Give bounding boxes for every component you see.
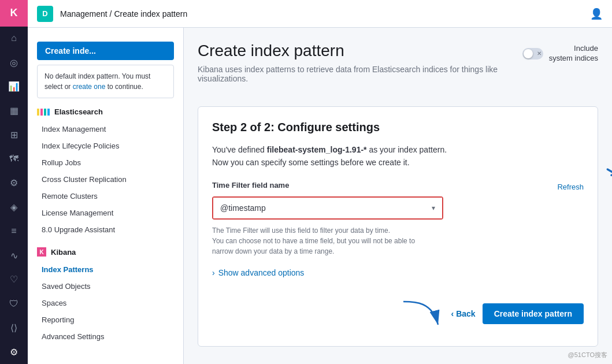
nav-visualize[interactable]: 📊 <box>0 75 28 99</box>
watermark: @51CTO搜客 <box>568 351 607 359</box>
kibana-title: K Kibana <box>28 243 183 261</box>
show-advanced-label: Show advanced options <box>218 268 305 277</box>
step-footer: ‹ Back Create index pattern <box>212 296 584 332</box>
sidebar-item-saved-objects[interactable]: Saved Objects <box>28 278 183 295</box>
top-bar: D Management / Create index pattern 👤 <box>28 0 612 28</box>
breadcrumb-current: Create index pattern <box>114 9 187 18</box>
time-filter-label: Time Filter field name <box>212 181 289 190</box>
elasticsearch-section: Elasticsearch Index Management Index Lif… <box>28 103 183 238</box>
back-button[interactable]: ‹ Back <box>451 309 475 318</box>
step-desc-bold: filebeat-system_log-1.91-* <box>267 145 367 154</box>
nav-dashboard[interactable]: ▦ <box>0 99 28 123</box>
step-desc-prefix: You've defined <box>212 145 267 154</box>
app-logo: K <box>0 0 28 27</box>
popover-message: No default index pattern. You must selec… <box>37 65 174 98</box>
sidebar-item-rollup-jobs[interactable]: Rollup Jobs <box>28 154 183 171</box>
nav-home[interactable]: ⌂ <box>0 27 28 51</box>
user-avatar[interactable]: 👤 <box>590 8 603 20</box>
sidebar: Create inde... No default index pattern.… <box>28 28 184 364</box>
kibana-icon: K <box>37 247 46 257</box>
chevron-right-icon: › <box>212 268 215 277</box>
toggle-x-icon: ✕ <box>537 50 541 57</box>
page-title: Create index pattern <box>198 42 522 60</box>
refresh-link[interactable]: Refresh <box>557 183 584 191</box>
header-text: Create index pattern Kibana uses index p… <box>198 42 522 95</box>
sidebar-item-remote-clusters[interactable]: Remote Clusters <box>28 188 183 205</box>
create-one-link[interactable]: create one <box>73 83 106 91</box>
page-subtitle: Kibana uses index patterns to retrieve d… <box>198 65 522 83</box>
main-layout: Create inde... No default index pattern.… <box>28 28 612 364</box>
nav-management[interactable]: ⚙ <box>0 340 28 364</box>
nav-logs[interactable]: ≡ <box>0 220 28 244</box>
kibana-logo: D <box>37 6 53 22</box>
nav-siem[interactable]: 🛡 <box>0 292 28 316</box>
field-row: Time Filter field name Refresh <box>212 181 584 193</box>
create-index-button[interactable]: Create inde... <box>37 42 174 60</box>
chevron-left-icon: ‹ <box>451 309 454 318</box>
include-system-toggle[interactable]: ✕ <box>522 48 543 60</box>
nav-maps[interactable]: 🗺 <box>0 147 28 171</box>
main-content: Create index pattern Kibana uses index p… <box>184 28 612 364</box>
popover-suffix: to continue. <box>105 83 143 91</box>
step-title: Step 2 of 2: Configure settings <box>212 121 584 134</box>
sidebar-item-index-management[interactable]: Index Management <box>28 121 183 138</box>
include-system-label: Includesystem indices <box>549 44 598 64</box>
kibana-section: K Kibana Index Patterns Saved Objects Sp… <box>28 243 183 345</box>
field-hint-line3: narrow down your data by a time range. <box>212 247 334 255</box>
include-system-toggle-area: ✕ Includesystem indices <box>522 44 598 64</box>
elastic-logo <box>37 109 50 116</box>
sidebar-cta: Create inde... No default index pattern.… <box>28 37 183 103</box>
toggle-knob <box>524 49 533 58</box>
sidebar-item-cross-cluster[interactable]: Cross Cluster Replication <box>28 171 183 188</box>
nav-ml[interactable]: ⚙ <box>0 171 28 195</box>
sidebar-item-index-lifecycle[interactable]: Index Lifecycle Policies <box>28 138 183 154</box>
header-area: Create index pattern Kibana uses index p… <box>198 42 598 95</box>
time-filter-select[interactable]: @timestamp I don't want to use the Time … <box>213 198 442 218</box>
select-row: @timestamp I don't want to use the Time … <box>212 196 584 220</box>
sidebar-item-index-patterns[interactable]: Index Patterns <box>28 261 183 278</box>
nav-canvas[interactable]: ⊞ <box>0 123 28 147</box>
sidebar-item-advanced-settings[interactable]: Advanced Settings <box>28 328 183 345</box>
nav-uptime[interactable]: ♡ <box>0 268 28 292</box>
breadcrumb-prefix: Management <box>60 9 107 18</box>
nav-dev[interactable]: ⟨⟩ <box>0 316 28 340</box>
time-filter-select-wrapper: @timestamp I don't want to use the Time … <box>212 196 443 220</box>
sidebar-item-license[interactable]: License Management <box>28 205 183 221</box>
breadcrumb: Management / Create index pattern <box>60 9 187 18</box>
back-label: Back <box>456 309 475 318</box>
arrow-area <box>398 296 444 332</box>
create-index-pattern-button[interactable]: Create index pattern <box>483 303 584 324</box>
icon-bar: K ⌂ ◎ 📊 ▦ ⊞ 🗺 ⚙ ◈ ≡ ∿ ♡ 🛡 ⟨⟩ ⚙ <box>0 0 28 364</box>
elasticsearch-title: Elasticsearch <box>28 103 183 121</box>
nav-apm[interactable]: ∿ <box>0 243 28 268</box>
sidebar-item-spaces[interactable]: Spaces <box>28 295 183 311</box>
arrow-to-create <box>398 296 444 330</box>
show-advanced-link[interactable]: › Show advanced options <box>212 268 584 277</box>
step-card: Step 2 of 2: Configure settings You've d… <box>198 106 598 347</box>
arrow-to-refresh: ➜ <box>601 159 612 183</box>
field-hint: The Time Filter will use this field to f… <box>212 225 584 257</box>
step-description: You've defined filebeat-system_log-1.91-… <box>212 143 584 169</box>
nav-discover[interactable]: ◎ <box>0 50 28 75</box>
nav-infra[interactable]: ◈ <box>0 195 28 220</box>
sidebar-item-upgrade[interactable]: 8.0 Upgrade Assistant <box>28 221 183 238</box>
field-hint-line2: You can choose not to have a time field,… <box>212 237 415 245</box>
sidebar-item-reporting[interactable]: Reporting <box>28 311 183 328</box>
field-hint-line1: The Time Filter will use this field to f… <box>212 226 390 235</box>
